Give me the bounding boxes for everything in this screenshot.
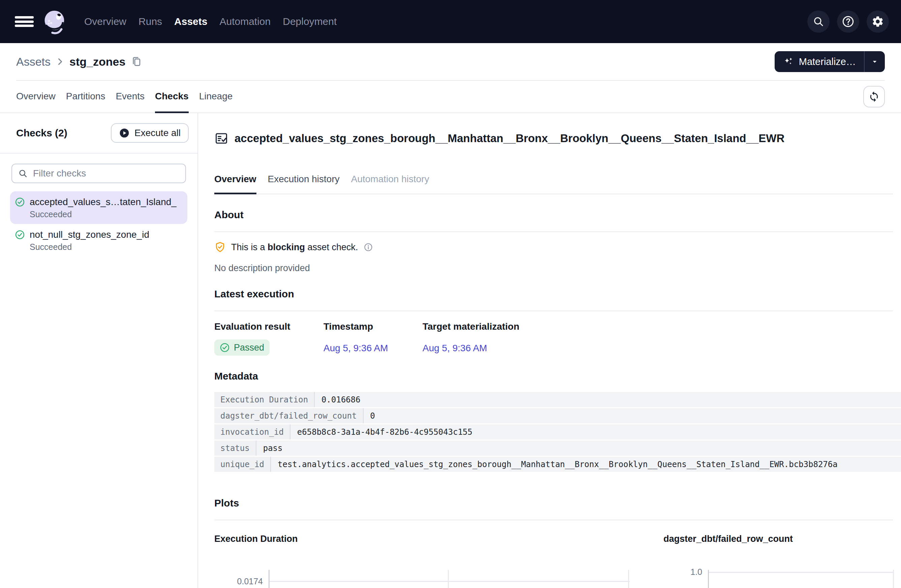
check-status: Succeeded xyxy=(30,210,182,219)
check-circle-icon xyxy=(15,197,25,207)
execution-duration-chart: Execution Duration 0.0174 xyxy=(214,534,657,588)
topnav-item-deployment[interactable]: Deployment xyxy=(283,16,337,27)
sparkle-icon xyxy=(783,56,794,67)
tab-events[interactable]: Events xyxy=(115,81,145,113)
primary-nav: Overview Runs Assets Automation Deployme… xyxy=(84,16,337,27)
table-row: unique_id test.analytics.accepted_values… xyxy=(214,457,901,472)
table-row: status pass xyxy=(214,440,901,456)
passed-label: Passed xyxy=(234,342,264,353)
breadcrumb-assets-link[interactable]: Assets xyxy=(16,55,51,68)
checklist-icon xyxy=(214,131,228,145)
check-circle-icon xyxy=(15,230,25,240)
v-gridline xyxy=(628,570,629,588)
copy-icon xyxy=(131,56,142,67)
shield-check-icon xyxy=(214,241,226,253)
search-icon xyxy=(813,16,824,27)
chevron-right-icon xyxy=(55,57,65,66)
check-description: No description provided xyxy=(214,263,893,274)
tab-partitions[interactable]: Partitions xyxy=(66,81,106,113)
caret-down-icon xyxy=(870,57,879,66)
topnav-item-overview[interactable]: Overview xyxy=(84,16,126,27)
failed-row-count-chart: dagster_dbt/failed_row_count 1.0 0.6 xyxy=(657,534,893,588)
table-row: invocation_id e658b8c8-3a1a-4b4f-82b6-4c… xyxy=(214,424,901,439)
section-divider xyxy=(214,311,893,311)
content-area: Checks (2) Execute all xyxy=(0,113,901,588)
metadata-key: unique_id xyxy=(214,457,271,472)
check-status: Succeeded xyxy=(30,242,182,252)
metadata-value: test.analytics.accepted_values_stg_zones… xyxy=(271,457,901,472)
topnav-item-automation[interactable]: Automation xyxy=(219,16,271,27)
breadcrumb-row: Assets stg_zones Materialize… xyxy=(0,43,901,80)
metadata-table: Execution Duration 0.016686 dagster_dbt/… xyxy=(214,392,901,472)
materialize-button-label: Materialize… xyxy=(799,56,856,67)
search-icon xyxy=(18,169,28,178)
materialize-split-button: Materialize… xyxy=(775,51,885,72)
execute-all-button[interactable]: Execute all xyxy=(111,123,189,143)
section-divider xyxy=(214,231,893,232)
tab-checks[interactable]: Checks xyxy=(155,81,189,113)
metadata-key: invocation_id xyxy=(214,424,290,439)
timestamp-link[interactable]: Aug 5, 9:36 AM xyxy=(323,343,422,354)
metadata-value: 0 xyxy=(363,408,901,423)
check-detail-panel: accepted_values_stg_zones_borough__Manha… xyxy=(198,113,901,588)
materialize-button[interactable]: Materialize… xyxy=(775,51,864,72)
checks-count-heading: Checks (2) xyxy=(16,127,67,139)
check-name: accepted_values_s…taten_Island_ xyxy=(30,197,176,207)
tab-overview[interactable]: Overview xyxy=(16,81,56,113)
list-item-not-null-check[interactable]: not_null_stg_zones_zone_id Succeeded xyxy=(10,224,187,257)
timestamp-header: Timestamp xyxy=(323,321,422,332)
gear-icon xyxy=(871,15,884,28)
copy-asset-name-button[interactable] xyxy=(131,56,142,67)
y-tick-label: 1.0 xyxy=(652,567,702,577)
search-button[interactable] xyxy=(807,11,829,33)
dagster-logo-icon[interactable] xyxy=(41,8,69,36)
settings-button[interactable] xyxy=(867,11,889,33)
info-icon[interactable] xyxy=(363,243,373,252)
metadata-value: 0.016686 xyxy=(315,392,901,407)
v-gridline xyxy=(448,570,449,588)
hamburger-menu-icon[interactable] xyxy=(15,14,34,29)
plots-row: Execution Duration 0.0174 dagster_dbt/fa… xyxy=(214,534,893,588)
blocking-check-text: This is a blocking asset check. xyxy=(231,242,358,253)
metadata-key: Execution Duration xyxy=(214,392,315,407)
metadata-value: pass xyxy=(256,440,901,456)
materialize-dropdown-button[interactable] xyxy=(865,51,885,72)
about-heading: About xyxy=(214,209,893,221)
check-name: not_null_stg_zones_zone_id xyxy=(30,229,149,240)
filter-checks-input[interactable] xyxy=(32,168,179,179)
table-row: Execution Duration 0.016686 xyxy=(214,392,901,407)
play-circle-icon xyxy=(119,128,130,138)
passed-status-badge: Passed xyxy=(214,339,270,356)
topnav-item-runs[interactable]: Runs xyxy=(139,16,162,27)
tab-execution-history[interactable]: Execution history xyxy=(268,174,340,194)
v-gridline xyxy=(893,570,894,588)
check-circle-icon xyxy=(220,342,230,353)
y-tick-label: 0.0174 xyxy=(212,577,263,586)
asset-tabs-row: Overview Partitions Events Checks Lineag… xyxy=(0,81,901,113)
refresh-button[interactable] xyxy=(863,86,885,107)
check-title-row: accepted_values_stg_zones_borough__Manha… xyxy=(214,124,893,152)
tab-automation-history[interactable]: Automation history xyxy=(351,174,429,194)
chart-plot-area: 1.0 0.6 xyxy=(708,570,893,588)
tab-lineage[interactable]: Lineage xyxy=(199,81,233,113)
topnav-item-assets[interactable]: Assets xyxy=(174,16,207,27)
target-materialization-link[interactable]: Aug 5, 9:36 AM xyxy=(422,343,519,354)
tab-check-overview[interactable]: Overview xyxy=(214,174,256,194)
checks-sidebar-header: Checks (2) Execute all xyxy=(0,113,198,154)
metadata-heading: Metadata xyxy=(214,370,893,382)
chart-title: dagster_dbt/failed_row_count xyxy=(664,534,893,544)
breadcrumb-current-asset: stg_zones xyxy=(69,55,125,68)
plots-heading: Plots xyxy=(214,498,893,509)
help-button[interactable] xyxy=(837,11,859,33)
checks-sidebar: Checks (2) Execute all xyxy=(0,113,198,588)
h-gridline xyxy=(709,572,893,573)
list-item-accepted-values-check[interactable]: accepted_values_s…taten_Island_ Succeede… xyxy=(10,191,187,224)
filter-checks-box xyxy=(11,164,186,183)
refresh-icon xyxy=(868,91,880,103)
help-icon xyxy=(842,15,854,28)
metadata-key: dagster_dbt/failed_row_count xyxy=(214,408,363,423)
target-materialization-header: Target materialization xyxy=(422,321,519,332)
blocking-check-note: This is a blocking asset check. xyxy=(214,241,893,253)
evaluation-result-header: Evaluation result xyxy=(214,321,323,332)
check-detail-tabs: Overview Execution history Automation hi… xyxy=(214,174,893,194)
